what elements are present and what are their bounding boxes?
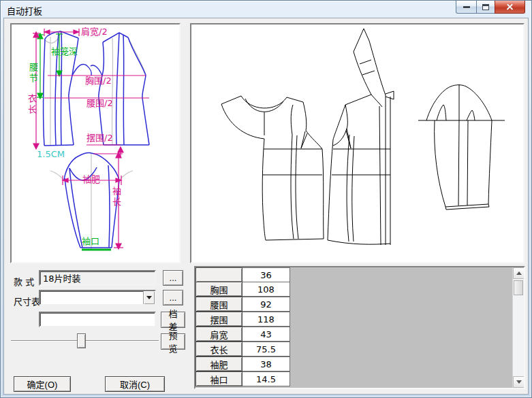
- row-header[interactable]: [195, 267, 242, 282]
- row-value[interactable]: 118: [242, 312, 290, 327]
- auto-pattern-dialog: 自动打板: [0, 0, 532, 398]
- row-value[interactable]: 43: [242, 327, 290, 342]
- row-header[interactable]: 衣长: [195, 342, 242, 356]
- zoom-slider-thumb[interactable]: [77, 333, 86, 348]
- size-table-combobox[interactable]: [39, 290, 156, 305]
- label-sleeve-width: 袖肥: [82, 175, 100, 184]
- label-waist-node: 腰节: [28, 63, 37, 84]
- row-value[interactable]: 92: [242, 297, 290, 312]
- row-value[interactable]: 38: [242, 356, 290, 371]
- dialog-client-area: 肩宽/2 袖笼深 腰节 衣长 胸围/2 腰围/2 摆围/2 1.5CM 袖肥 袖…: [3, 18, 529, 395]
- measurement-diagram-svg: [12, 24, 179, 262]
- cancel-button[interactable]: 取消(C): [105, 376, 165, 392]
- window-controls: [456, 1, 525, 14]
- row-header[interactable]: 胸围: [195, 282, 242, 297]
- row-value[interactable]: 36: [242, 267, 290, 282]
- label-shoulder-width: 肩宽/2: [81, 27, 108, 37]
- close-icon: [505, 3, 514, 12]
- table-row: 36: [195, 267, 524, 282]
- row-header[interactable]: 袖肥: [195, 356, 242, 371]
- minimize-icon: [463, 6, 470, 8]
- table-row: 摆围 118: [195, 312, 524, 327]
- close-button[interactable]: [495, 1, 525, 14]
- pattern-preview-panel: [190, 23, 525, 263]
- row-value[interactable]: 75.5: [242, 342, 290, 356]
- row-header[interactable]: 摆围: [195, 312, 242, 327]
- scroll-down-button[interactable]: [513, 376, 525, 388]
- table-row: 袖肥 38: [195, 357, 524, 372]
- table-row: 腰围 92: [195, 297, 524, 312]
- measurement-diagram-panel: 肩宽/2 袖笼深 腰节 衣长 胸围/2 腰围/2 摆围/2 1.5CM 袖肥 袖…: [10, 23, 181, 263]
- scroll-up-button[interactable]: [513, 267, 525, 279]
- table-row: 袖口 14.5: [195, 372, 524, 387]
- label-waist-half: 腰围/2: [87, 99, 113, 108]
- pattern-preview-svg: [191, 24, 523, 262]
- table-scrollbar[interactable]: [512, 267, 524, 388]
- size-table-dropdown-button[interactable]: [143, 291, 155, 304]
- label-garment-length: 衣长: [27, 94, 36, 116]
- size-table-value: [42, 292, 141, 303]
- row-header[interactable]: 肩宽: [195, 327, 242, 342]
- style-field[interactable]: [39, 270, 156, 286]
- ok-button[interactable]: 确定(O): [14, 376, 71, 392]
- scroll-down-icon: [516, 380, 522, 384]
- label-sleeve-length: 袖长: [111, 186, 121, 208]
- chevron-down-icon: [146, 296, 152, 299]
- maximize-button[interactable]: [476, 1, 495, 14]
- window-title: 自动打板: [7, 4, 42, 17]
- label-armhole-depth: 袖笼深: [51, 47, 78, 56]
- label-offset-note: 1.5CM: [37, 150, 65, 159]
- row-header[interactable]: 袖口: [195, 371, 242, 386]
- browse-style-button[interactable]: ...: [163, 270, 183, 286]
- preview-button[interactable]: 预览: [161, 333, 185, 350]
- table-row: 衣长 75.5: [195, 342, 524, 357]
- scroll-up-icon: [516, 271, 522, 275]
- label-hem-half: 摆围/2: [87, 133, 113, 143]
- grade-field[interactable]: [39, 312, 156, 327]
- measurement-table: 36 胸围 108 腰围 92 摆围 118 肩宽 43 衣长 75.5: [194, 266, 525, 389]
- style-label: 款 式: [14, 275, 34, 288]
- row-header[interactable]: 腰围: [195, 297, 242, 312]
- label-bust-half: 胸围/2: [85, 76, 112, 86]
- label-cuff: 袖口: [82, 237, 99, 246]
- scrollbar-thumb[interactable]: [514, 280, 523, 295]
- title-bar[interactable]: 自动打板: [1, 1, 531, 18]
- maximize-icon: [482, 4, 489, 10]
- table-row: 肩宽 43: [195, 327, 524, 342]
- minimize-button[interactable]: [456, 1, 477, 14]
- grade-button[interactable]: 档差: [161, 312, 185, 328]
- row-value[interactable]: 108: [242, 282, 290, 297]
- row-value[interactable]: 14.5: [242, 371, 290, 386]
- browse-size-table-button[interactable]: ...: [163, 290, 183, 305]
- size-table-label: 尺寸表: [14, 295, 40, 308]
- table-row: 胸围 108: [195, 282, 524, 297]
